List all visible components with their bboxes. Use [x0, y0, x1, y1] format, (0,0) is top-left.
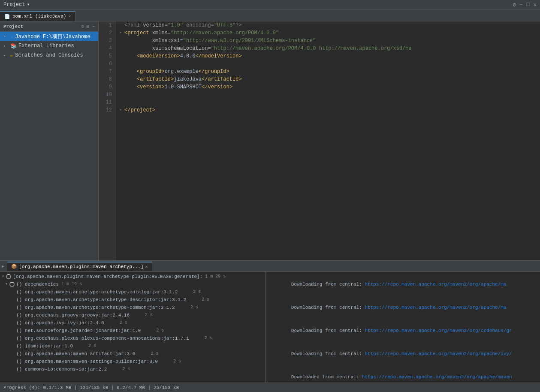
fold-2[interactable]: ▾ — [119, 29, 124, 37]
console-row-10: () org.apache.maven:maven-artifact:jar:3… — [0, 350, 265, 358]
project-dropdown[interactable]: Project ▾ — [3, 1, 30, 8]
log-link-3[interactable]: https://repo.maven.apache.org/maven2/org… — [365, 351, 512, 356]
code-line-12: ▾ </project> — [119, 106, 537, 114]
sidebar-item-label-javahome: Javahome E:\项目\Javahome — [15, 33, 90, 40]
sidebar-tree: ▾ ☕ Javahome E:\项目\Javahome ▸ 📚 External… — [0, 32, 98, 260]
time-10: 2 s — [137, 350, 158, 358]
console-row-6: () org.apache.ivy:ivy:jar:2.4.0 2 s — [0, 319, 265, 327]
sidebar-hide-icon[interactable]: – — [92, 24, 95, 29]
project-label: Project — [3, 2, 25, 8]
code-line-7: <groupId>org.example</groupId> — [119, 68, 537, 75]
maximize-icon[interactable]: □ — [526, 1, 530, 8]
tree-arrow-scratches: ▸ — [3, 53, 9, 58]
spinner-0 — [6, 274, 11, 279]
log-line-0: Downloading from central: https://repo.m… — [266, 273, 540, 296]
editor-tab-pom[interactable]: 📄 pom.xml (JiakeJava) ✕ — [0, 11, 75, 21]
log-line-2: Downloading from central: https://repo.m… — [266, 319, 540, 342]
line-num-11: 11 — [99, 99, 115, 106]
editor-content[interactable]: 1 2 3 4 5 6 7 8 9 10 11 12 <?xml version… — [99, 21, 540, 260]
tab-close-button[interactable]: ✕ — [68, 14, 71, 19]
sidebar-header: Project ⚙ ⊞ – — [0, 21, 98, 32]
log-link-0[interactable]: https://repo.maven.apache.org/maven2/org… — [365, 282, 506, 287]
status-progress: Progress (4): 0.1/1.3 MB | 121/185 kB | … — [3, 385, 179, 390]
log-line-1: Downloading from central: https://repo.m… — [266, 296, 540, 319]
line-num-7: 7 — [99, 68, 115, 75]
line-num-12: 12 — [99, 106, 115, 114]
dependency-tree: ▾ [org.apache.maven.plugins:maven-archet… — [0, 272, 266, 383]
sidebar-gear-icon[interactable]: ⊞ — [87, 24, 90, 29]
time-3: 2 s — [188, 296, 209, 304]
spinner-1 — [9, 282, 15, 287]
log-link-4[interactable]: https://repo.maven.apache.org/maven2/org… — [362, 374, 512, 380]
log-line-3: Downloading from central: https://repo.m… — [266, 342, 540, 365]
settings-icon[interactable]: ⚙ — [513, 1, 516, 8]
row-text-3: () org.apache.maven.archetype:archetype-… — [16, 296, 186, 304]
chevron-down-icon: ▾ — [27, 1, 30, 8]
code-line-8: <artifactId>jiakeJava</artifactId> — [119, 75, 537, 83]
bottom-tab-close[interactable]: ✕ — [145, 264, 148, 269]
row-text-6: () org.apache.ivy:ivy:jar:2.4.0 — [16, 319, 104, 327]
fold-12[interactable]: ▾ — [119, 106, 124, 114]
sidebar-item-external-libraries[interactable]: ▸ 📚 External Libraries — [0, 41, 98, 51]
arrow-expand-0[interactable]: ▾ — [2, 273, 4, 280]
line-num-9: 9 — [99, 83, 115, 91]
code-line-9: <version>1.0-SNAPSHOT</version> — [119, 83, 537, 91]
console-row-11: () org.apache.maven:maven-settings-build… — [0, 358, 265, 365]
code-line-1: <?xml version="1.0" encoding="UTF-8"?> — [119, 21, 537, 29]
row-text-7: () net.sourceforge.jchardet:jchardet:jar… — [16, 327, 141, 335]
console-row-0: ▾ [org.apache.maven.plugins:maven-archet… — [0, 273, 265, 280]
sidebar-item-label-scratches: Scratches and Consoles — [15, 52, 83, 58]
bottom-tab-bar: ▶ 📦 [org.apache.maven.plugins:maven-arch… — [0, 261, 540, 272]
arrow-expand-1[interactable]: ▾ — [5, 280, 8, 288]
code-editor[interactable]: <?xml version="1.0" encoding="UTF-8"?> ▾… — [116, 21, 540, 260]
tree-arrow-external: ▸ — [3, 43, 9, 48]
log-link-1[interactable]: https://repo.maven.apache.org/maven2/org… — [365, 305, 506, 310]
time-4: 2 s — [177, 304, 198, 311]
line-num-10: 10 — [99, 91, 115, 99]
time-12: 2 s — [109, 365, 130, 373]
sidebar-settings-icon[interactable]: ⚙ — [81, 24, 84, 29]
editor-tab-bar: 📄 pom.xml (JiakeJava) ✕ — [0, 9, 540, 21]
bottom-content: ▾ [org.apache.maven.plugins:maven-archet… — [0, 272, 540, 383]
bottom-tab-maven[interactable]: 📦 [org.apache.maven.plugins:maven-archet… — [7, 262, 152, 271]
line-num-8: 8 — [99, 75, 115, 83]
library-icon: 📚 — [10, 43, 17, 49]
tab-label: pom.xml (JiakeJava) — [12, 14, 66, 19]
line-num-3: 3 — [99, 37, 115, 45]
time-7: 2 s — [142, 327, 164, 335]
line-num-2: 2 — [99, 29, 115, 37]
title-bar-icons: ⚙ – □ ✕ — [513, 1, 537, 8]
line-num-6: 6 — [99, 60, 115, 68]
editor-area: 1 2 3 4 5 6 7 8 9 10 11 12 <?xml version… — [99, 21, 540, 260]
console-row-5: () org.codehaus.groovy:groovy:jar:2.4.16… — [0, 311, 265, 319]
time-5: 2 s — [131, 311, 153, 319]
minimize-icon[interactable]: – — [520, 1, 523, 8]
row-text-0: [org.apache.maven.plugins:maven-archetyp… — [13, 273, 202, 280]
sidebar-item-label-external: External Libraries — [18, 43, 74, 49]
code-line-10 — [119, 91, 537, 99]
download-log: Downloading from central: https://repo.m… — [266, 272, 540, 383]
code-line-2: ▾ <project xmlns="http://maven.apache.or… — [119, 29, 537, 37]
time-0: 1 m 29 s — [204, 273, 226, 280]
sidebar-item-scratches[interactable]: ▸ ✏ Scratches and Consoles — [0, 51, 98, 60]
bottom-panel: ▶ 📦 [org.apache.maven.plugins:maven-arch… — [0, 260, 540, 383]
status-bar: Progress (4): 0.1/1.3 MB | 121/185 kB | … — [0, 383, 540, 392]
time-8: 2 s — [191, 335, 212, 342]
console-row-7: () net.sourceforge.jchardet:jchardet:jar… — [0, 327, 265, 335]
console-row-9: () jdom:jdom:jar:1.0 2 s — [0, 342, 265, 350]
close-icon[interactable]: ✕ — [533, 1, 537, 8]
time-2: 2 s — [179, 288, 201, 296]
row-text-12: () commons-io:commons-io:jar:2.2 — [16, 365, 107, 373]
console-row-1: ▾ () dependencies 1 m 19 s — [0, 280, 265, 288]
main-area: Project ⚙ ⊞ – ▾ ☕ Javahome E:\项目\Javahom… — [0, 21, 540, 260]
row-text-9: () jdom:jdom:jar:1.0 — [16, 342, 73, 350]
log-link-2[interactable]: https://repo.maven.apache.org/maven2/org… — [365, 328, 512, 333]
line-num-5: 5 — [99, 52, 115, 60]
sidebar-item-javahome[interactable]: ▾ ☕ Javahome E:\项目\Javahome — [0, 32, 98, 41]
line-numbers: 1 2 3 4 5 6 7 8 9 10 11 12 — [99, 21, 116, 260]
code-line-5: <modelVersion>4.0.0</modelVersion> — [119, 52, 537, 60]
code-line-4: xsi:schemaLocation="http://maven.apache.… — [119, 45, 537, 52]
tree-arrow-javahome: ▾ — [3, 34, 9, 39]
row-text-1: () dependencies — [16, 280, 59, 288]
row-text-10: () org.apache.maven:maven-artifact:jar:3… — [16, 350, 135, 358]
